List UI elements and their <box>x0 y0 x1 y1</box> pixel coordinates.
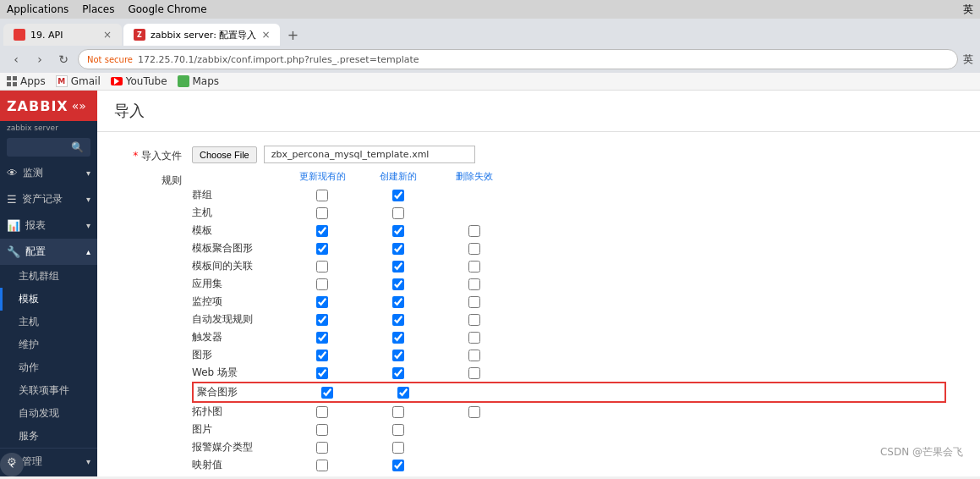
appsets-delete-cb[interactable] <box>468 278 480 290</box>
img-update-cb[interactable] <box>316 424 328 436</box>
web-create-cb[interactable] <box>392 367 404 379</box>
items-update-cb[interactable] <box>316 296 328 308</box>
col-header-create[interactable]: 创建新的 <box>373 170 424 183</box>
items-create-cb[interactable] <box>392 296 404 308</box>
bookmark-youtube[interactable]: YouTube <box>111 75 167 87</box>
tscreens-create-cb[interactable] <box>392 243 404 255</box>
maps-delete-cb[interactable] <box>468 406 480 418</box>
media-create-cb[interactable] <box>392 442 404 454</box>
web-update-cb[interactable] <box>316 367 328 379</box>
templates-create-cb[interactable] <box>392 225 404 237</box>
sidebar-item-config[interactable]: 🔧 配置 ▴ <box>0 239 97 265</box>
rules-row-mapping: 映射值 <box>192 456 946 474</box>
sidebar-item-services[interactable]: 服务 <box>0 425 97 448</box>
rules-row-discovery: 自动发现规则 <box>192 311 946 328</box>
sidebar-item-hostgroups[interactable]: 主机群组 <box>0 265 97 288</box>
bookmark-gmail[interactable]: M Gmail <box>56 75 101 87</box>
appsets-update-cb[interactable] <box>316 278 328 290</box>
sidebar-item-reports[interactable]: 📊 报表 ▾ <box>0 212 97 239</box>
tab-api[interactable]: 19. API × <box>3 24 122 46</box>
groups-update-cb[interactable] <box>316 190 328 201</box>
trg-delete-cb[interactable] <box>468 332 480 344</box>
choose-file-button[interactable]: Choose File <box>192 146 257 163</box>
new-tab-button[interactable]: + <box>282 24 304 46</box>
map-create-cb[interactable] <box>392 460 404 471</box>
sidebar-item-hosts[interactable]: 主机 <box>0 311 97 333</box>
page-layout: ZABBIX «» zabbix server 🔍 👁 监测 ▾ ☰ 资产记录 … <box>0 91 980 476</box>
sidebar-nav: 👁 监测 ▾ ☰ 资产记录 ▾ 📊 报表 ▾ 🔧 配置 ▴ 主机群组 模板 主机 <box>0 160 97 476</box>
tscreens-update-cb[interactable] <box>316 243 328 255</box>
bookmark-maps[interactable]: Maps <box>178 75 220 87</box>
tlinks-create-cb[interactable] <box>392 261 404 273</box>
trg-update-cb[interactable] <box>316 332 328 344</box>
templates-update-cb[interactable] <box>316 225 328 237</box>
hosts-create-cb[interactable] <box>392 207 404 219</box>
items-delete-cb[interactable] <box>468 296 480 308</box>
file-name-display: zbx_percona_mysql_template.xml <box>264 146 475 163</box>
trg-create-cb[interactable] <box>392 332 404 344</box>
grph-update-cb[interactable] <box>316 350 328 361</box>
back-button[interactable]: ‹ <box>7 50 25 69</box>
scr-update-cb[interactable] <box>321 387 333 399</box>
tab-close-2[interactable]: × <box>261 29 270 41</box>
bookmarks-bar: Apps M Gmail YouTube Maps <box>0 73 980 91</box>
row-label-groups: 群组 <box>192 188 293 202</box>
sidebar-item-discovery[interactable]: 自动发现 <box>0 402 97 425</box>
grph-delete-cb[interactable] <box>468 350 480 361</box>
col-header-update[interactable]: 更新现有的 <box>297 170 348 183</box>
os-bar-applications[interactable]: Applications <box>7 3 68 15</box>
row-label-discovery: 自动发现规则 <box>192 312 293 327</box>
import-form: 导入文件 Choose File zbx_percona_mysql_templ… <box>97 132 980 476</box>
map-update-cb[interactable] <box>316 460 328 471</box>
maps-create-cb[interactable] <box>392 406 404 418</box>
sidebar-item-events[interactable]: 关联项事件 <box>0 379 97 402</box>
row-checks-groups <box>297 190 500 201</box>
tab-close-1[interactable]: × <box>103 29 112 41</box>
row-checks-web <box>297 367 500 379</box>
tlinks-delete-cb[interactable] <box>468 261 480 273</box>
admin-arrow: ▾ <box>86 457 90 466</box>
row-label-template-screens: 模板聚合图形 <box>192 241 293 256</box>
rules-header-spacer <box>192 170 293 183</box>
tab-zabbix[interactable]: Z zabbix server: 配置导入 × <box>123 24 280 46</box>
sidebar-item-assets[interactable]: ☰ 资产记录 ▾ <box>0 186 97 212</box>
web-delete-cb[interactable] <box>468 367 480 379</box>
back-button-sidebar[interactable]: ‹ <box>0 453 24 476</box>
sidebar-item-monitor[interactable]: 👁 监测 ▾ <box>0 160 97 186</box>
rules-row-appsets: 应用集 <box>192 275 946 293</box>
maps-update-cb[interactable] <box>316 406 328 418</box>
main-content: 导入 导入文件 Choose File zbx_percona_mysql_te… <box>97 91 980 476</box>
disc-create-cb[interactable] <box>392 314 404 326</box>
row-label-screens: 聚合图形 <box>197 385 298 399</box>
sidebar-item-actions[interactable]: 动作 <box>0 356 97 379</box>
templates-delete-cb[interactable] <box>468 225 480 237</box>
rules-row-screens: 聚合图形 <box>192 382 946 403</box>
grph-create-cb[interactable] <box>392 350 404 361</box>
os-bar-places[interactable]: Places <box>82 3 114 15</box>
bookmark-apps[interactable]: Apps <box>7 75 46 87</box>
sidebar-item-templates[interactable]: 模板 <box>0 288 97 311</box>
address-text[interactable]: 172.25.70.1/zabbix/conf.import.php?rules… <box>138 54 419 65</box>
bookmark-gmail-label: Gmail <box>71 75 101 87</box>
col-header-delete[interactable]: 删除失效 <box>449 170 500 183</box>
sidebar-search[interactable]: 🔍 <box>7 138 90 157</box>
media-update-cb[interactable] <box>316 442 328 454</box>
os-bar-chrome[interactable]: Google Chrome <box>128 3 206 15</box>
tscreens-delete-cb[interactable] <box>468 243 480 255</box>
appsets-create-cb[interactable] <box>392 278 404 290</box>
row-checks-mapping <box>297 460 500 471</box>
scr-create-cb[interactable] <box>397 387 409 399</box>
tlinks-update-cb[interactable] <box>316 261 328 273</box>
file-label: 导入文件 <box>131 146 182 163</box>
forward-button[interactable]: › <box>30 50 49 69</box>
watermark: CSDN @芒果会飞 <box>880 445 963 460</box>
logo-collapse[interactable]: «» <box>72 99 86 113</box>
disc-delete-cb[interactable] <box>468 314 480 326</box>
groups-create-cb[interactable] <box>392 190 404 201</box>
row-checks-template-screens <box>297 243 500 255</box>
reload-button[interactable]: ↻ <box>54 50 73 69</box>
disc-update-cb[interactable] <box>316 314 328 326</box>
hosts-update-cb[interactable] <box>316 207 328 219</box>
img-create-cb[interactable] <box>392 424 404 436</box>
sidebar-item-maintenance[interactable]: 维护 <box>0 333 97 356</box>
